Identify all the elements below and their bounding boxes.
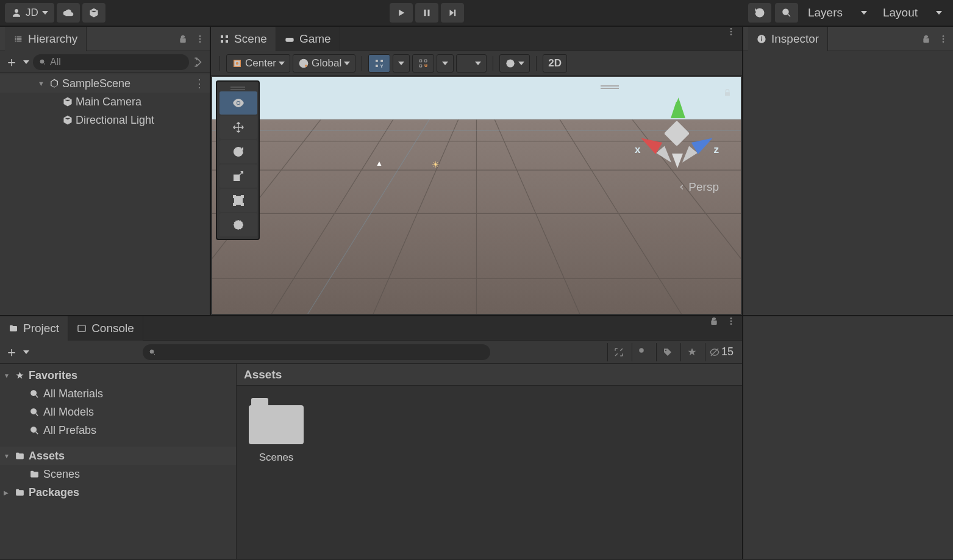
2d-toggle[interactable]: 2D xyxy=(543,54,567,73)
project-tree: ▼ Favorites All Materials All Models xyxy=(0,364,237,559)
account-button[interactable]: JD xyxy=(5,3,54,23)
more-icon[interactable] xyxy=(726,27,736,37)
user-icon xyxy=(11,7,22,18)
step-button[interactable] xyxy=(441,3,464,23)
drag-handle[interactable] xyxy=(220,84,256,90)
lock-icon[interactable] xyxy=(723,88,732,100)
create-asset-button[interactable]: ＋ xyxy=(5,343,29,361)
svg-point-12 xyxy=(730,34,732,35)
hierarchy-search[interactable]: All xyxy=(33,54,189,70)
hierarchy-item[interactable]: Directional Light xyxy=(0,111,210,129)
favorites-header[interactable]: ▼ Favorites xyxy=(0,366,236,385)
svg-point-9 xyxy=(40,60,44,63)
expand-icon[interactable] xyxy=(607,343,630,361)
favorite-button[interactable] xyxy=(680,343,704,361)
project-search[interactable] xyxy=(143,344,490,360)
pause-button[interactable] xyxy=(415,3,438,23)
expand-icon[interactable] xyxy=(193,56,205,68)
view-tool[interactable] xyxy=(220,91,257,115)
tab-scene[interactable]: Scene xyxy=(211,27,276,51)
hidden-toggle[interactable]: 15 xyxy=(705,343,737,361)
grid-icon xyxy=(220,34,229,44)
favorite-item[interactable]: All Materials xyxy=(0,385,236,403)
lock-icon[interactable] xyxy=(921,34,931,44)
search-icon xyxy=(39,58,46,66)
search-button[interactable] xyxy=(775,3,798,23)
scene-viewport[interactable]: ▲ ☀ y x z xyxy=(212,77,741,314)
create-button[interactable]: ＋ xyxy=(5,53,29,71)
rotate-tool[interactable] xyxy=(220,140,257,163)
hierarchy-item[interactable]: Main Camera xyxy=(0,93,210,111)
layers-dropdown[interactable]: Layers xyxy=(802,3,873,23)
grid-snap-button[interactable]: Y xyxy=(368,54,390,73)
rect-tool[interactable] xyxy=(220,189,257,212)
cube-outline-icon xyxy=(88,7,99,18)
hierarchy-tab[interactable]: Hierarchy xyxy=(5,27,87,51)
svg-point-47 xyxy=(761,36,762,37)
more-icon[interactable] xyxy=(195,34,205,44)
globe-icon xyxy=(298,58,309,69)
svg-line-34 xyxy=(285,119,430,314)
scene-row[interactable]: ▼ SampleScene ⋮ xyxy=(0,74,210,93)
tab-project[interactable]: Project xyxy=(0,316,68,341)
undo-history-button[interactable] xyxy=(748,3,771,23)
overlay-handle[interactable] xyxy=(601,85,619,90)
eye-icon xyxy=(232,96,245,110)
packages-root[interactable]: ▶ Packages xyxy=(0,483,236,502)
assets-root[interactable]: ▼ Assets xyxy=(0,447,236,465)
search-icon xyxy=(29,425,40,436)
transform-tool[interactable] xyxy=(220,213,257,236)
package-button[interactable] xyxy=(82,3,105,23)
svg-rect-2 xyxy=(427,10,429,16)
more-icon[interactable]: ⋮ xyxy=(194,77,205,90)
svg-point-50 xyxy=(943,38,944,40)
scale-tool[interactable] xyxy=(220,165,257,188)
scene-name: SampleScene xyxy=(62,77,130,90)
favorite-item[interactable]: All Prefabs xyxy=(0,421,236,439)
scene-panel: Scene Game Center Global xyxy=(211,27,742,315)
more-icon[interactable] xyxy=(726,316,736,326)
snap-dropdown[interactable] xyxy=(437,54,454,73)
increment-snap-button[interactable] xyxy=(456,54,487,73)
svg-point-14 xyxy=(237,62,238,64)
account-initials: JD xyxy=(26,7,38,19)
expand-arrow-icon[interactable]: ▼ xyxy=(38,80,46,87)
inspector-lower xyxy=(742,316,953,559)
lock-icon[interactable] xyxy=(178,34,188,44)
breadcrumb[interactable]: Assets xyxy=(237,364,742,386)
favorite-item[interactable]: All Models xyxy=(0,403,236,421)
draw-mode-button[interactable] xyxy=(499,54,530,73)
search-icon xyxy=(149,349,156,356)
pivot-mode-button[interactable]: Center xyxy=(226,54,290,73)
space-mode-button[interactable]: Global xyxy=(293,54,355,73)
svg-rect-1 xyxy=(424,10,426,16)
grid-snap-icon: Y xyxy=(374,58,385,69)
svg-rect-3 xyxy=(454,10,455,16)
svg-point-62 xyxy=(31,408,37,414)
snap-button[interactable] xyxy=(412,54,434,73)
layout-dropdown[interactable]: Layout xyxy=(877,3,948,23)
move-tool[interactable] xyxy=(220,116,257,139)
folder-item[interactable]: Scenes xyxy=(0,465,236,483)
filter-label-button[interactable] xyxy=(656,343,679,361)
more-icon[interactable] xyxy=(938,34,948,44)
grid-snap-dropdown[interactable] xyxy=(393,54,410,73)
svg-point-63 xyxy=(31,427,37,432)
hierarchy-panel: Hierarchy ＋ All ▼ SampleScene ⋮ xyxy=(0,27,211,315)
svg-rect-39 xyxy=(234,196,236,198)
filter-type-button[interactable] xyxy=(632,343,655,361)
play-button[interactable] xyxy=(390,3,413,23)
orientation-gizmo[interactable]: y x z xyxy=(631,88,723,179)
inspector-tab[interactable]: Inspector xyxy=(748,27,828,51)
svg-point-6 xyxy=(199,35,201,37)
svg-point-58 xyxy=(640,348,644,353)
tab-game[interactable]: Game xyxy=(276,27,340,51)
lock-icon[interactable] xyxy=(709,316,719,326)
svg-point-49 xyxy=(943,35,944,37)
cloud-icon xyxy=(63,7,74,18)
asset-folder[interactable]: Scenes xyxy=(249,398,304,464)
cloud-button[interactable] xyxy=(57,3,80,23)
camera-gizmo-icon: ▲ xyxy=(376,159,383,168)
projection-label[interactable]: Persp xyxy=(677,180,719,194)
tab-console[interactable]: Console xyxy=(68,316,143,341)
